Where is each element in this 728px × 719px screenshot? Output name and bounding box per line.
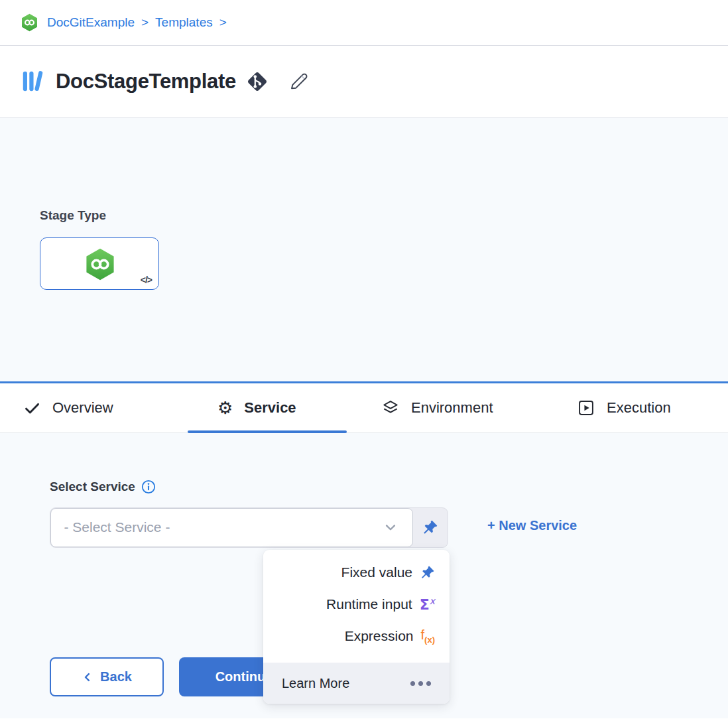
learn-more-label: Learn More <box>282 676 349 691</box>
stage-tabs: Overview ⚙ Service Environment Execution <box>0 383 728 433</box>
ellipsis-icon <box>410 681 431 686</box>
value-type-menu: Fixed value Runtime input Σx Expression … <box>263 550 450 652</box>
check-icon <box>23 399 41 417</box>
edit-title-icon[interactable] <box>286 70 310 94</box>
back-button-label: Back <box>100 669 132 685</box>
breadcrumb-templates-link[interactable]: Templates <box>155 15 213 30</box>
breadcrumb-separator: > <box>141 15 149 30</box>
code-icon: </> <box>141 275 152 285</box>
gear-icon: ⚙ <box>217 399 233 417</box>
breadcrumb-project-link[interactable]: DocGitExample <box>47 15 135 30</box>
tab-service[interactable]: ⚙ Service <box>217 383 296 432</box>
stage-type-label: Stage Type <box>40 208 106 223</box>
learn-more-row[interactable]: Learn More <box>263 663 450 704</box>
back-button[interactable]: Back <box>50 657 164 696</box>
service-select[interactable]: - Select Service - <box>50 508 413 547</box>
tab-label: Overview <box>52 399 113 417</box>
menu-item-fixed-value[interactable]: Fixed value <box>263 556 450 588</box>
new-service-link[interactable]: + New Service <box>487 518 577 533</box>
info-icon[interactable] <box>141 480 156 494</box>
breadcrumb-separator: > <box>219 15 227 30</box>
chevron-left-icon <box>82 671 93 683</box>
service-multitype-input: - Select Service - <box>50 507 448 548</box>
service-select-placeholder: - Select Service - <box>64 519 382 535</box>
template-studio-screen: DocGitExample > Templates > DocStageTemp… <box>0 0 728 719</box>
stage-type-card-deploy[interactable]: </> <box>40 237 159 290</box>
tab-label: Execution <box>607 399 671 417</box>
git-sync-icon <box>245 70 269 94</box>
f-of-x-icon: f(x) <box>421 628 435 644</box>
select-service-label-row: Select Service <box>50 480 156 494</box>
stage-type-section: Stage Type </> <box>0 118 728 381</box>
tab-overview[interactable]: Overview <box>23 383 113 432</box>
menu-item-label: Runtime input <box>326 596 412 612</box>
menu-item-runtime-input[interactable]: Runtime input Σx <box>263 588 450 620</box>
play-square-icon <box>577 399 595 417</box>
page-header: DocStageTemplate <box>0 46 728 118</box>
menu-item-expression[interactable]: Expression f(x) <box>263 620 450 652</box>
chevron-down-icon <box>382 519 399 536</box>
value-type-popup: Fixed value Runtime input Σx Expression … <box>263 550 450 704</box>
service-tab-panel: Select Service - Select Service - + New … <box>0 433 728 718</box>
tab-execution[interactable]: Execution <box>577 383 671 432</box>
tab-label: Service <box>244 399 296 417</box>
breadcrumb: DocGitExample > Templates > <box>0 0 728 46</box>
select-service-label: Select Service <box>50 480 135 494</box>
menu-item-label: Expression <box>345 628 414 644</box>
pin-icon <box>420 565 435 580</box>
value-type-toggle-button[interactable] <box>413 508 448 547</box>
tab-environment[interactable]: Environment <box>381 383 493 432</box>
tab-label: Environment <box>411 399 493 417</box>
pin-icon <box>422 519 438 536</box>
sigma-x-icon: Σx <box>420 596 435 612</box>
page-title: DocStageTemplate <box>56 70 236 94</box>
harness-deploy-icon <box>83 247 117 282</box>
layers-icon <box>381 399 400 417</box>
template-library-icon <box>20 67 48 96</box>
menu-item-label: Fixed value <box>341 564 412 580</box>
harness-project-icon <box>20 13 39 33</box>
